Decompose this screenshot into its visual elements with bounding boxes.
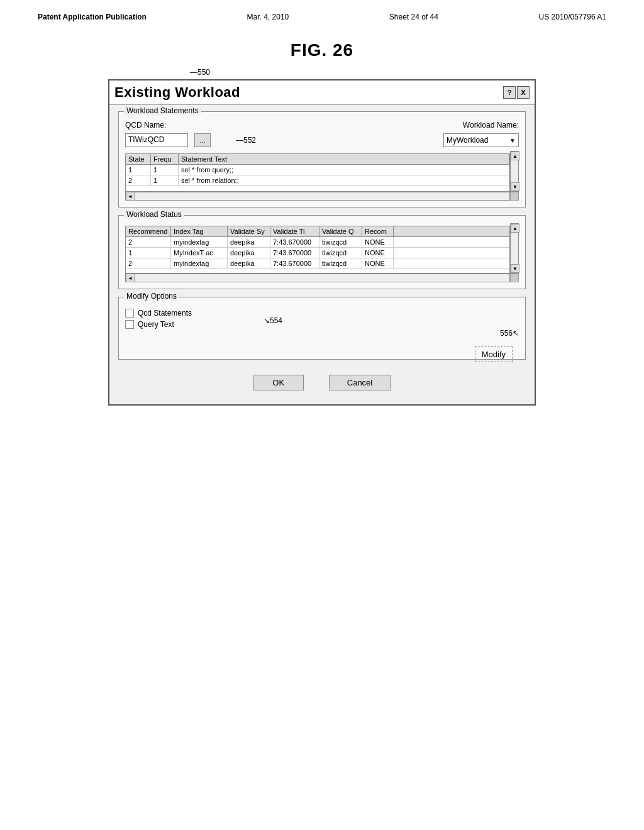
statements-hscroll-row: ◄	[125, 192, 519, 201]
status-row1-recommend: 2	[126, 237, 171, 247]
qcd-statements-label: Qcd Statements	[138, 309, 192, 318]
scroll-down-arrow[interactable]: ▼	[511, 182, 519, 191]
callout-552-inline: —552	[236, 136, 256, 145]
help-button[interactable]: ?	[503, 86, 516, 99]
status-row3-recommend: 2	[126, 258, 171, 268]
ok-button[interactable]: OK	[253, 375, 304, 390]
status-row1-valti: 7:43.670000	[270, 237, 319, 247]
col-header-freq: Frequ	[151, 154, 179, 164]
status-row2-valq: tiwizqcd	[319, 248, 362, 258]
qcd-field-row: QCD Name: Workload Name:	[125, 121, 519, 130]
workload-status-label: Workload Status	[124, 210, 184, 219]
col-header-recommend: Recommend	[126, 226, 171, 236]
status-row2-recom2: NONE	[362, 248, 394, 258]
dropdown-arrow-icon: ▼	[509, 137, 516, 144]
callout-554: ↘554	[264, 316, 282, 325]
query-text-checkbox[interactable]	[125, 320, 134, 329]
qcd-name-label: QCD Name:	[125, 121, 166, 130]
status-row3-idxtag: myindextag	[171, 258, 228, 268]
qcd-statements-row: Qcd Statements	[125, 309, 519, 318]
col-header-stmt: Statement Text	[179, 154, 509, 164]
header-sheet: Sheet 24 of 44	[389, 13, 438, 21]
qcd-input-row: TIWizQCD ... —552 MyWorkload ▼	[125, 133, 519, 147]
stmt-row1-text: sel * from query;;	[179, 165, 509, 175]
status-row2-recommend: 1	[126, 248, 171, 258]
status-row2-idxtag: MyIndexT ac	[171, 248, 228, 258]
status-row1-valq: tiwizqcd	[319, 237, 362, 247]
status-row3-valsy: deepika	[228, 258, 270, 268]
col-header-valsy: Validate Sy	[228, 226, 270, 236]
query-text-row: Query Text	[125, 320, 519, 329]
callout-550: —550	[190, 68, 210, 77]
status-row1-recom2: NONE	[362, 237, 394, 247]
workload-status-section: Workload Status Recommend Index Tag Vali…	[118, 215, 526, 289]
col-header-state: State	[126, 154, 151, 164]
status-table-header: Recommend Index Tag Validate Sy Validate…	[126, 226, 509, 237]
qcd-input[interactable]: TIWizQCD	[125, 133, 188, 147]
modify-button[interactable]: Modify	[475, 346, 513, 362]
workload-statements-section: Workload Statements QCD Name: Workload N…	[118, 111, 526, 208]
stmt-row1-state: 1	[126, 165, 151, 175]
header-patent-label: Patent Application Publication	[38, 13, 147, 21]
status-row3-valq: tiwizqcd	[319, 258, 362, 268]
callout-556: 556↖	[500, 329, 519, 338]
header-publication: US 2010/057796 A1	[539, 13, 606, 21]
col-header-valq: Validate Q	[319, 226, 362, 236]
dialog-footer: OK Cancel	[118, 367, 526, 396]
modify-btn-area: 556↖ Modify	[500, 329, 519, 339]
status-row1-idxtag: myindextag	[171, 237, 228, 247]
statements-table-container: State Frequ Statement Text 1 1 sel * fro…	[125, 151, 519, 201]
status-hscroll-row: ◄	[125, 274, 519, 282]
status-row3-valti: 7:43.670000	[270, 258, 319, 268]
status-row2-valti: 7:43.670000	[270, 248, 319, 258]
statements-vertical-scrollbar[interactable]: ▲ ▼	[510, 151, 519, 192]
status-table-row: 2 myindextag deepika 7:43.670000 tiwizqc…	[126, 237, 509, 248]
col-header-recom2: Recom	[362, 226, 394, 236]
query-text-label: Query Text	[138, 320, 174, 329]
status-scroll-down-arrow[interactable]: ▼	[511, 264, 519, 273]
statements-horizontal-scrollbar[interactable]: ◄	[125, 192, 510, 201]
status-vertical-scrollbar[interactable]: ▲ ▼	[510, 223, 519, 274]
status-scrollbar-corner	[510, 274, 519, 282]
stmt-row1-freq: 1	[151, 165, 179, 175]
scroll-up-arrow[interactable]: ▲	[511, 152, 519, 160]
status-table-container: Recommend Index Tag Validate Sy Validate…	[125, 223, 519, 282]
statements-table-header: State Frequ Statement Text	[126, 154, 509, 165]
status-row3-recom2: NONE	[362, 258, 394, 268]
existing-workload-dialog: Existing Workload ? X Workload Statement…	[108, 79, 536, 406]
dialog-titlebar: Existing Workload ? X	[109, 80, 535, 105]
workload-statements-label: Workload Statements	[124, 106, 201, 115]
workload-name-label: Workload Name:	[463, 121, 519, 130]
cancel-button[interactable]: Cancel	[329, 375, 391, 390]
scrollbar-corner	[510, 192, 519, 201]
figure-title: FIG. 26	[38, 40, 606, 60]
close-button[interactable]: X	[517, 86, 530, 99]
col-header-idxtag: Index Tag	[171, 226, 228, 236]
status-scroll-left-arrow[interactable]: ◄	[126, 274, 135, 282]
dialog-title: Existing Workload	[114, 84, 240, 101]
modify-options-section: Modify Options Qcd Statements ↘554 Query…	[118, 297, 526, 360]
col-header-valti: Validate Ti	[270, 226, 319, 236]
workload-name-dropdown[interactable]: MyWorkload ▼	[443, 133, 519, 147]
status-table-row: 2 myindextag deepika 7:43.670000 tiwizqc…	[126, 258, 509, 269]
scroll-left-arrow[interactable]: ◄	[126, 192, 135, 201]
stmt-table-row: 2 1 sel * from relation;;	[126, 175, 509, 186]
header-date: Mar. 4, 2010	[247, 13, 289, 21]
titlebar-buttons: ? X	[503, 86, 530, 99]
qcd-statements-checkbox[interactable]	[125, 309, 134, 318]
stmt-row2-state: 2	[126, 175, 151, 185]
stmt-row2-text: sel * from relation;;	[179, 175, 509, 185]
status-table-row: 1 MyIndexT ac deepika 7:43.670000 tiwizq…	[126, 248, 509, 258]
status-horizontal-scrollbar[interactable]: ◄	[125, 274, 510, 282]
status-row1-valsy: deepika	[228, 237, 270, 247]
status-row2-valsy: deepika	[228, 248, 270, 258]
ellipsis-button[interactable]: ...	[194, 133, 211, 147]
stmt-table-row: 1 1 sel * from query;;	[126, 165, 509, 175]
status-scroll-up-arrow[interactable]: ▲	[511, 224, 519, 233]
modify-options-label: Modify Options	[124, 292, 179, 301]
stmt-row2-freq: 1	[151, 175, 179, 185]
